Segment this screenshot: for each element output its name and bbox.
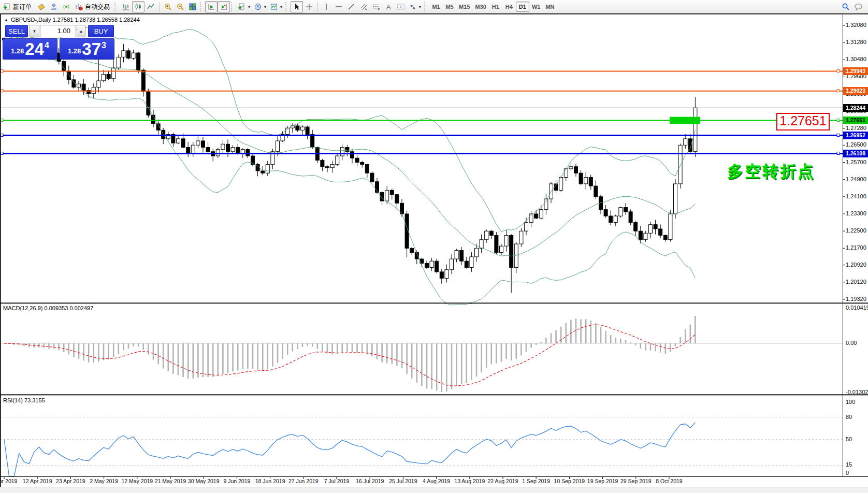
- svg-text:E: E: [365, 7, 367, 10]
- auto-trading-button[interactable]: 自动交易: [73, 1, 113, 12]
- macd-histogram: [4, 316, 695, 392]
- text-label-button[interactable]: T: [395, 1, 407, 12]
- toolbar-group-right: [840, 0, 868, 13]
- timeframe-button-mn[interactable]: MN: [543, 2, 557, 12]
- bar-chart-icon: [122, 3, 129, 10]
- signals-button[interactable]: [60, 1, 73, 12]
- timeframe-button-m30[interactable]: M30: [472, 2, 488, 12]
- arrows-button[interactable]: ▾: [407, 1, 423, 12]
- vertical-line-button[interactable]: [320, 1, 332, 12]
- date-label: 23 Apr 2019: [56, 478, 85, 484]
- line-handle[interactable]: [1, 152, 3, 155]
- line-handle[interactable]: [1, 119, 3, 122]
- candlestick-chart-button[interactable]: [132, 1, 144, 12]
- candlestick-chart-icon: [135, 3, 142, 10]
- cursor-button[interactable]: [291, 1, 303, 12]
- timeframe-button-m5[interactable]: M5: [443, 2, 456, 12]
- price-tag: 1.26108: [843, 150, 868, 157]
- line-chart-button[interactable]: [144, 1, 157, 12]
- timeframe-group: M1M5M15M30H1H4D1W1MN: [429, 0, 557, 13]
- pane-separator[interactable]: [0, 396, 868, 396]
- svg-text:T: T: [399, 5, 402, 9]
- down-arrow-icon: ▼: [33, 29, 37, 34]
- buy-price-panel[interactable]: 1.28 37 3: [60, 38, 114, 60]
- search-icon: [842, 3, 850, 11]
- buy-button[interactable]: BUY: [88, 25, 114, 37]
- new-order-button[interactable]: 新订单: [1, 1, 35, 12]
- auto-trading-icon: [75, 3, 83, 10]
- toolbar-separator: [159, 2, 160, 12]
- rsi-axis-label: 50: [846, 436, 852, 442]
- zoom-out-button[interactable]: [174, 1, 186, 12]
- chinese-annotation: 多空转折点: [727, 161, 815, 182]
- profile-button[interactable]: [48, 1, 60, 12]
- sell-button-label: SELL: [8, 27, 25, 35]
- date-label: 12 Apr 2019: [23, 478, 52, 484]
- zoom-in-button[interactable]: [162, 1, 174, 12]
- chat-button[interactable]: [852, 1, 865, 12]
- line-handle[interactable]: [1, 90, 3, 92]
- collapse-triangle-icon[interactable]: ▲: [4, 18, 8, 22]
- timeframe-button-d1[interactable]: D1: [516, 2, 529, 12]
- price-tick-label: 1.26500: [846, 141, 866, 148]
- price-tick-label: 1.23300: [846, 210, 866, 216]
- line-handle[interactable]: [837, 152, 840, 155]
- timeframe-button-h4[interactable]: H4: [502, 2, 516, 12]
- arrows-icon: [409, 4, 416, 10]
- macd-signal-line: [4, 325, 695, 386]
- timeframe-button-h1[interactable]: H1: [489, 2, 502, 12]
- crosshair-button[interactable]: [303, 1, 315, 12]
- toolbar-grip: [200, 2, 204, 11]
- line-handle[interactable]: [837, 90, 840, 92]
- search-button[interactable]: [840, 1, 852, 12]
- channel-button[interactable]: E: [357, 1, 370, 12]
- trendline-button[interactable]: [345, 1, 357, 12]
- fibonacci-button[interactable]: F: [370, 1, 382, 12]
- templates-button[interactable]: ▾: [268, 1, 284, 12]
- tile-windows-button[interactable]: [186, 1, 199, 12]
- text-label-icon: T: [397, 3, 405, 10]
- templates-icon: [270, 3, 278, 10]
- volume-input[interactable]: 1.00: [40, 25, 76, 37]
- line-handle[interactable]: [1, 70, 3, 72]
- chart-shift-button[interactable]: [218, 1, 230, 12]
- dropdown-caret: ▾: [248, 5, 250, 9]
- pane-separator[interactable]: [0, 303, 868, 304]
- line-handle[interactable]: [1, 134, 3, 137]
- text-button[interactable]: A: [382, 1, 395, 12]
- line-handle[interactable]: [837, 119, 840, 122]
- zoom-out-icon: [177, 3, 184, 11]
- sell-button[interactable]: SELL: [5, 25, 28, 37]
- auto-scroll-button[interactable]: [205, 1, 218, 12]
- cursor-icon: [294, 3, 300, 10]
- timeframe-button-m15[interactable]: M15: [456, 2, 472, 12]
- crosshair-icon: [306, 3, 313, 10]
- date-label: 25 Jul 2019: [389, 478, 417, 484]
- indicators-button[interactable]: ▾: [236, 1, 252, 12]
- horizontal-line-button[interactable]: [332, 1, 345, 12]
- price-tick-label: 1.30480: [846, 56, 866, 62]
- highlight-rectangle[interactable]: [670, 117, 700, 124]
- pane-separator[interactable]: [0, 302, 868, 302]
- buy-button-label: BUY: [94, 27, 108, 35]
- sell-price-panel[interactable]: 1.28 24 4: [3, 38, 57, 60]
- gold-arrow-button[interactable]: [35, 1, 48, 12]
- volume-decrease-button[interactable]: ▼: [30, 25, 39, 37]
- signals-icon: [63, 3, 70, 10]
- text-icon: A: [386, 4, 391, 10]
- line-handle[interactable]: [837, 134, 840, 137]
- new-order-label: 新订单: [13, 3, 32, 11]
- pane-separator[interactable]: [0, 394, 868, 395]
- bar-chart-button[interactable]: [120, 1, 132, 12]
- sell-price-pip: 4: [45, 41, 49, 50]
- toolbar-separator: [317, 2, 318, 12]
- line-handle[interactable]: [837, 70, 840, 72]
- timeframe-button-m1[interactable]: M1: [429, 2, 443, 12]
- new-order-icon: [4, 3, 11, 10]
- timeframe-button-w1[interactable]: W1: [529, 2, 543, 12]
- periods-button[interactable]: ▾: [252, 1, 268, 12]
- auto-scroll-icon: [208, 3, 215, 10]
- chart-canvas[interactable]: [0, 0, 868, 493]
- window-left-border: [0, 14, 1, 487]
- volume-increase-button[interactable]: ▲: [77, 25, 85, 37]
